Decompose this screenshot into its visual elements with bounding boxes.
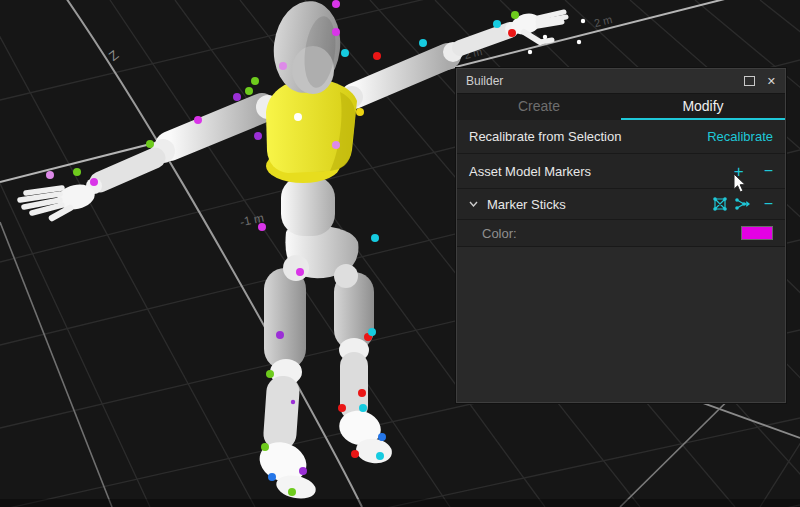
asset-model-markers-row: Asset Model Markers + −	[457, 154, 785, 189]
tab-create[interactable]: Create	[457, 94, 621, 120]
marker-dot[interactable]	[419, 39, 427, 47]
marker-sticks-label: Marker Sticks	[487, 197, 566, 212]
marker-dot[interactable]	[299, 467, 307, 475]
marker-dot[interactable]	[294, 113, 302, 121]
create-sticks-all-icon[interactable]	[712, 196, 728, 212]
marker-dot[interactable]	[90, 178, 98, 186]
marker-dot[interactable]	[338, 404, 346, 412]
marker-dot[interactable]	[511, 11, 519, 19]
marker-dot[interactable]	[371, 234, 379, 242]
marker-dot[interactable]	[194, 116, 202, 124]
marker-dot[interactable]	[543, 35, 547, 39]
builder-panel: Builder ✕ Create Modify Recalibrate from…	[456, 68, 786, 403]
color-swatch[interactable]	[741, 226, 773, 240]
recalibrate-label: Recalibrate from Selection	[469, 129, 621, 144]
marker-dot[interactable]	[291, 400, 295, 404]
add-marker-button[interactable]: +	[734, 163, 744, 180]
marker-dot[interactable]	[351, 450, 359, 458]
viewport-bottom-edge	[0, 499, 800, 507]
marker-dot[interactable]	[508, 29, 516, 37]
stick-color-row: Color:	[457, 220, 785, 247]
panel-empty-area	[457, 247, 785, 402]
marker-dot[interactable]	[356, 108, 364, 116]
marker-sticks-row: Marker Sticks	[457, 189, 785, 220]
marker-dot[interactable]	[254, 132, 262, 140]
remove-sticks-button[interactable]: −	[764, 196, 773, 212]
marker-dot[interactable]	[268, 473, 276, 481]
marker-dot[interactable]	[493, 20, 501, 28]
marker-dot[interactable]	[528, 50, 532, 54]
marker-dot[interactable]	[73, 168, 81, 176]
marker-dot[interactable]	[332, 141, 340, 149]
marker-dot[interactable]	[581, 19, 585, 23]
marker-dot[interactable]	[332, 0, 340, 8]
recalibrate-row: Recalibrate from Selection Recalibrate	[457, 120, 785, 154]
marker-dot[interactable]	[288, 488, 296, 496]
marker-dot[interactable]	[373, 52, 381, 60]
marker-dot[interactable]	[359, 404, 367, 412]
marker-dot[interactable]	[376, 452, 384, 460]
marker-dot[interactable]	[577, 40, 581, 44]
color-label: Color:	[482, 226, 517, 241]
marker-dot[interactable]	[368, 328, 376, 336]
asset-model-markers-label: Asset Model Markers	[469, 164, 591, 179]
marker-dot[interactable]	[358, 389, 366, 397]
marker-dot[interactable]	[296, 268, 304, 276]
builder-panel-titlebar[interactable]: Builder ✕	[457, 69, 785, 93]
close-icon[interactable]: ✕	[767, 76, 776, 87]
marker-dot[interactable]	[245, 87, 253, 95]
marker-dot[interactable]	[46, 171, 54, 179]
marker-dot[interactable]	[378, 433, 386, 441]
marker-dot[interactable]	[233, 93, 241, 101]
chevron-down-icon[interactable]	[469, 201, 478, 207]
tab-modify[interactable]: Modify	[621, 94, 785, 120]
marker-dot[interactable]	[251, 77, 259, 85]
marker-dot[interactable]	[258, 223, 266, 231]
marker-sticks-actions: −	[712, 196, 773, 212]
marker-dot[interactable]	[341, 49, 349, 57]
marker-dot[interactable]	[276, 331, 284, 339]
marker-dot[interactable]	[266, 370, 274, 378]
marker-dot[interactable]	[332, 28, 340, 36]
marker-dot[interactable]	[146, 140, 154, 148]
create-sticks-chain-icon[interactable]	[734, 196, 750, 212]
marker-dot[interactable]	[261, 443, 269, 451]
float-window-icon[interactable]	[744, 76, 755, 86]
recalibrate-button[interactable]: Recalibrate	[707, 129, 773, 144]
remove-marker-button[interactable]: −	[764, 163, 773, 179]
app-window: Z -1 m 2 m 2 m	[0, 0, 800, 507]
marker-dot[interactable]	[279, 62, 287, 70]
builder-tabbar: Create Modify	[457, 93, 785, 120]
grid-distance-label: 2 m	[593, 13, 614, 29]
panel-title: Builder	[466, 74, 503, 88]
